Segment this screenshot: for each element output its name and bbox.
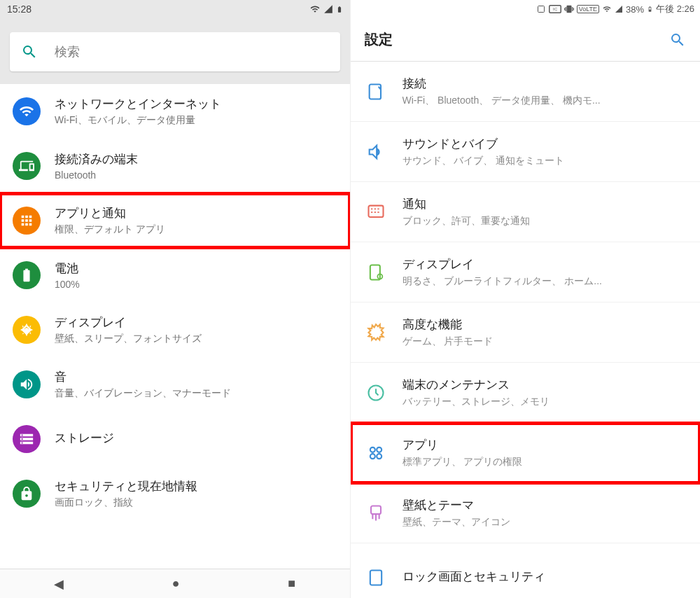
status-time: 15:28 bbox=[7, 4, 309, 15]
item-title: ディスプレイ bbox=[55, 314, 337, 331]
svg-rect-6 bbox=[370, 265, 379, 279]
settings-item-security[interactable]: セキュリティと現在地情報 画面ロック、指紋 bbox=[0, 466, 350, 521]
svg-rect-14 bbox=[370, 571, 381, 585]
battery-status-icon bbox=[647, 4, 653, 14]
sound-icon bbox=[13, 370, 41, 398]
settings-item-apps[interactable]: アプリと通知 権限、デフォルト アプリ bbox=[0, 193, 350, 248]
search-icon[interactable] bbox=[669, 32, 686, 48]
settings-item-network[interactable]: ネットワークとインターネット Wi-Fi、モバイル、データ使用量 bbox=[0, 84, 350, 139]
settings-item-apps[interactable]: アプリ 標準アプリ、 アプリの権限 bbox=[351, 423, 701, 483]
sound-icon bbox=[365, 141, 387, 163]
header: 設定 bbox=[351, 18, 701, 62]
item-title: ディスプレイ bbox=[402, 256, 687, 272]
wifi-status-icon bbox=[309, 4, 321, 14]
search-icon bbox=[21, 43, 38, 60]
settings-item-advanced[interactable]: 高度な機能 ゲーム、 片手モード bbox=[351, 303, 701, 363]
vibrate-status-icon bbox=[564, 4, 574, 14]
nfc-status-icon bbox=[536, 5, 546, 13]
wifi-icon bbox=[13, 97, 41, 125]
svg-point-10 bbox=[377, 447, 382, 452]
settings-item-display[interactable]: ディスプレイ 壁紙、スリープ、フォントサイズ bbox=[0, 303, 350, 357]
display-icon bbox=[365, 261, 387, 284]
settings-item-storage[interactable]: ストレージ bbox=[0, 412, 350, 466]
item-title: セキュリティと現在地情報 bbox=[55, 478, 337, 494]
item-sub: ブロック、許可、重要な通知 bbox=[402, 215, 687, 228]
settings-item-notification[interactable]: 通知 ブロック、許可、重要な通知 bbox=[351, 182, 701, 242]
search-box[interactable]: 検索 bbox=[10, 32, 340, 71]
item-sub: 壁紙、スリープ、フォントサイズ bbox=[55, 333, 337, 345]
wallpaper-icon bbox=[365, 502, 387, 524]
status-time: 午後 2:26 bbox=[656, 3, 694, 15]
settings-item-display[interactable]: ディスプレイ 明るさ、 ブルーライトフィルター、 ホーム... bbox=[351, 242, 701, 303]
item-title: ストレージ bbox=[55, 430, 337, 446]
nav-back-icon[interactable]: ◀ bbox=[54, 576, 64, 592]
svg-rect-13 bbox=[371, 506, 381, 514]
svg-rect-1 bbox=[538, 6, 544, 13]
signal-status-icon bbox=[615, 5, 623, 13]
item-sub: 明るさ、 ブルーライトフィルター、 ホーム... bbox=[402, 275, 687, 288]
svg-text:IC: IC bbox=[553, 7, 558, 11]
battery-status-icon bbox=[336, 4, 343, 15]
nav-recent-icon[interactable]: ■ bbox=[288, 576, 295, 591]
connections-icon bbox=[365, 81, 387, 103]
apps-icon bbox=[13, 207, 41, 235]
svg-point-12 bbox=[377, 454, 382, 459]
nav-home-icon[interactable]: ● bbox=[172, 576, 180, 591]
security-icon bbox=[13, 480, 41, 508]
item-sub: 権限、デフォルト アプリ bbox=[55, 223, 337, 236]
phone-stock-android: 15:28 検索 ネットワークとインターネット Wi-Fi、モバイル、データ使用… bbox=[0, 0, 351, 598]
status-bar: IC VoLTE 38% 午後 2:26 bbox=[351, 0, 701, 18]
phone-samsung: IC VoLTE 38% 午後 2:26 設定 接続 Wi-Fi、 Blueto… bbox=[351, 0, 701, 598]
item-sub: 100% bbox=[55, 279, 337, 290]
status-bar: 15:28 bbox=[0, 0, 350, 18]
devices-icon bbox=[13, 152, 41, 180]
svg-rect-5 bbox=[368, 205, 383, 216]
item-title: 接続済みの端末 bbox=[55, 151, 337, 167]
settings-item-battery[interactable]: 電池 100% bbox=[0, 248, 350, 303]
item-sub: サウンド、 バイブ、 通知をミュート bbox=[402, 155, 687, 167]
item-sub: バッテリー、ストレージ、メモリ bbox=[402, 396, 687, 408]
item-title: 高度な機能 bbox=[402, 317, 687, 333]
settings-item-connections[interactable]: 接続 Wi-Fi、 Bluetooth、 データ使用量、 機内モ... bbox=[351, 62, 701, 122]
item-sub: 音量、バイブレーション、マナーモード bbox=[55, 387, 337, 400]
ic-status-icon: IC bbox=[549, 5, 561, 13]
settings-item-sound[interactable]: サウンドとバイブ サウンド、 バイブ、 通知をミュート bbox=[351, 122, 701, 182]
item-title: 通知 bbox=[402, 196, 687, 212]
item-sub: 標準アプリ、 アプリの権限 bbox=[402, 456, 687, 468]
item-title: 接続 bbox=[402, 76, 687, 92]
storage-icon bbox=[13, 425, 41, 453]
svg-point-9 bbox=[370, 447, 374, 452]
notification-icon bbox=[365, 201, 387, 223]
battery-icon bbox=[13, 261, 41, 289]
apps-icon bbox=[365, 442, 387, 464]
item-sub: Wi-Fi、 Bluetooth、 データ使用量、 機内モ... bbox=[402, 95, 687, 107]
item-title: 音 bbox=[55, 369, 337, 385]
item-title: ロック画面とセキュリティ bbox=[402, 569, 687, 585]
item-title: ネットワークとインターネット bbox=[55, 96, 337, 112]
settings-list: ネットワークとインターネット Wi-Fi、モバイル、データ使用量 接続済みの端末… bbox=[0, 84, 350, 569]
volte-status-icon: VoLTE bbox=[577, 5, 599, 13]
item-sub: ゲーム、 片手モード bbox=[402, 335, 687, 348]
item-title: 電池 bbox=[55, 260, 337, 277]
item-sub: 壁紙、テーマ、アイコン bbox=[402, 516, 687, 529]
nav-bar: ◀ ● ■ bbox=[0, 569, 350, 598]
settings-item-sound[interactable]: 音 音量、バイブレーション、マナーモード bbox=[0, 357, 350, 412]
wifi-status-icon bbox=[602, 5, 612, 13]
item-title: アプリ bbox=[402, 437, 687, 453]
item-title: 壁紙とテーマ bbox=[402, 497, 687, 513]
battery-percent: 38% bbox=[626, 4, 644, 15]
search-placeholder: 検索 bbox=[55, 43, 80, 60]
item-sub: 画面ロック、指紋 bbox=[55, 496, 337, 509]
item-sub: Bluetooth bbox=[55, 169, 337, 181]
header-title: 設定 bbox=[365, 30, 670, 49]
settings-list: 接続 Wi-Fi、 Bluetooth、 データ使用量、 機内モ... サウンド… bbox=[351, 62, 701, 598]
svg-point-11 bbox=[370, 454, 374, 459]
svg-point-0 bbox=[24, 328, 29, 332]
maintenance-icon bbox=[365, 382, 387, 404]
item-title: アプリと通知 bbox=[55, 205, 337, 221]
settings-item-wallpaper[interactable]: 壁紙とテーマ 壁紙、テーマ、アイコン bbox=[351, 483, 701, 543]
settings-item-maintenance[interactable]: 端末のメンテナンス バッテリー、ストレージ、メモリ bbox=[351, 363, 701, 423]
settings-item-connected[interactable]: 接続済みの端末 Bluetooth bbox=[0, 139, 350, 193]
settings-item-lock[interactable]: ロック画面とセキュリティ bbox=[351, 543, 701, 598]
item-title: サウンドとバイブ bbox=[402, 136, 687, 152]
